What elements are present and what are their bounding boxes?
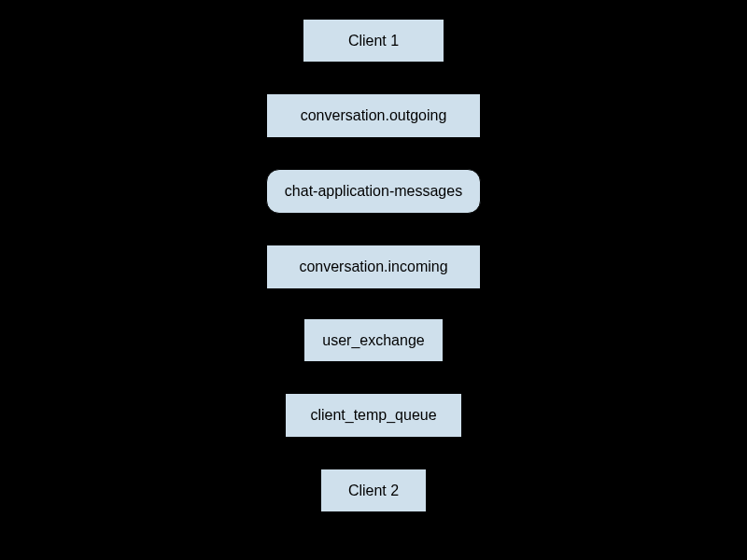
node-label: chat-application-messages — [285, 183, 462, 200]
node-client-temp-queue: client_temp_queue — [285, 393, 462, 438]
node-label: client_temp_queue — [310, 407, 436, 424]
node-client-1: Client 1 — [303, 19, 444, 63]
node-label: Client 1 — [348, 33, 399, 49]
node-client-2: Client 2 — [320, 469, 427, 512]
node-chat-application-messages: chat-application-messages — [266, 169, 481, 214]
node-conversation-outgoing: conversation.outgoing — [266, 93, 481, 138]
node-conversation-incoming: conversation.incoming — [266, 245, 481, 289]
node-label: conversation.incoming — [299, 259, 447, 275]
node-label: Client 2 — [348, 483, 399, 499]
diagram-canvas: Client 1 conversation.outgoing chat-appl… — [0, 0, 747, 560]
node-label: conversation.outgoing — [301, 107, 447, 124]
node-user-exchange: user_exchange — [303, 318, 444, 362]
node-label: user_exchange — [322, 332, 424, 349]
